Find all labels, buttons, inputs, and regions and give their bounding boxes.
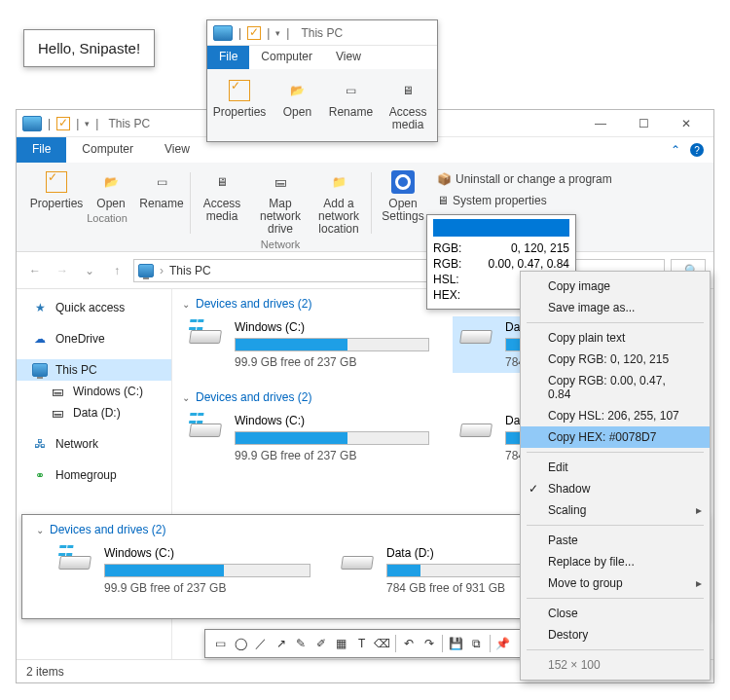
menu-item[interactable]: Save image as... [521, 297, 710, 318]
help-icon[interactable]: ? [690, 143, 704, 157]
tool-arrow[interactable]: ↗ [272, 633, 290, 654]
ribbon-rename[interactable]: ▭ Rename [139, 168, 184, 210]
menu-item[interactable]: Edit [521, 457, 710, 478]
menu-item[interactable]: Move to group▸ [521, 572, 710, 594]
drive-item[interactable]: Windows (C:) 99.9 GB free of 237 GB [182, 316, 433, 373]
separator [395, 635, 396, 652]
forward-button[interactable]: → [52, 260, 73, 281]
tool-ellipse[interactable]: ◯ [232, 633, 250, 654]
media-icon: 🖥 [394, 77, 421, 104]
ribbon-uninstall[interactable]: 📦 Uninstall or change a program [435, 170, 614, 188]
ribbon-rename[interactable]: ▭ Rename [329, 77, 373, 131]
menu-item[interactable]: Close [521, 603, 710, 624]
back-button[interactable]: ← [24, 260, 46, 281]
item-count: 2 items [26, 665, 64, 679]
nav-quick-access[interactable]: ★ Quick access [17, 297, 171, 318]
recent-button[interactable]: ⌄ [79, 260, 100, 281]
chevron-down-icon[interactable]: ▾ [275, 28, 280, 38]
collapse-ribbon-icon[interactable]: ⌃ [671, 143, 680, 157]
ribbon-open-settings[interactable]: Open Settings [377, 168, 429, 223]
tab-view[interactable]: View [324, 46, 373, 69]
nav-this-pc[interactable]: This PC [17, 359, 171, 381]
menu-item[interactable]: Copy image [521, 276, 710, 297]
tool-pin[interactable]: 📌 [494, 633, 513, 654]
chevron-right-icon: ▸ [696, 503, 702, 517]
nav-homegroup[interactable]: ⚭ Homegroup [17, 464, 171, 486]
nav-data-d[interactable]: 🖴 Data (D:) [17, 402, 171, 424]
separator [442, 635, 443, 652]
maximize-button[interactable]: ☐ [622, 110, 665, 137]
tool-pen[interactable]: ✎ [292, 633, 310, 654]
chevron-down-icon[interactable]: ▾ [85, 119, 90, 129]
ribbon-add-location[interactable]: 📁 Add a network location [312, 168, 365, 237]
cloud-icon: ☁ [32, 331, 48, 347]
tab-view[interactable]: View [149, 137, 205, 163]
tab-computer[interactable]: Computer [66, 137, 149, 163]
drive-free: 99.9 GB free of 237 GB [104, 581, 310, 595]
nav-onedrive[interactable]: ☁ OneDrive [17, 328, 171, 350]
qat-sep: | [286, 26, 289, 40]
menu-item-label: Scaling [548, 503, 586, 517]
drive-item[interactable]: Windows (C:) 99.9 GB free of 237 GB [182, 410, 433, 466]
ribbon-open[interactable]: 📂 Open [277, 77, 317, 131]
tab-file[interactable]: File [17, 137, 66, 163]
open-icon: 📂 [283, 77, 310, 104]
chevron-down-icon: ⌄ [36, 525, 44, 535]
drive-item[interactable]: Windows (C:) 99.9 GB free of 237 GB [52, 542, 314, 599]
tab-computer[interactable]: Computer [249, 46, 324, 69]
menu-dimensions: 152 × 100 [521, 654, 710, 676]
ribbon-access-media[interactable]: 🖥 Access media [384, 77, 431, 131]
tool-text[interactable]: T [352, 633, 371, 654]
tool-mosaic[interactable]: ▦ [333, 633, 351, 654]
qat-sep: | [267, 26, 270, 40]
tool-marker[interactable]: ✐ [312, 633, 331, 654]
breadcrumb[interactable]: This PC [169, 264, 211, 277]
nav-windows-c[interactable]: 🖴 Windows (C:) [17, 381, 171, 402]
menu-item-label: Copy HSL: 206, 255, 107 [548, 409, 679, 423]
menu-item[interactable]: Scaling▸ [521, 499, 710, 521]
menu-item[interactable]: Paste [521, 530, 710, 551]
minimize-button[interactable]: — [579, 110, 622, 137]
nav-network[interactable]: 🖧 Network [17, 433, 171, 455]
menu-item[interactable]: Copy HEX: #0078D7 [521, 426, 710, 448]
close-button[interactable]: ✕ [665, 110, 708, 137]
check-icon [247, 26, 261, 40]
properties-icon [229, 80, 250, 101]
chevron-down-icon: ⌄ [182, 299, 190, 310]
system-icon: 🖥 [437, 194, 449, 207]
tab-file[interactable]: File [207, 46, 249, 69]
ribbon-properties[interactable]: Properties [30, 168, 83, 210]
tool-save[interactable]: 💾 [447, 633, 465, 654]
menu-item[interactable]: Copy RGB: 0, 120, 215 [521, 349, 710, 370]
map-drive-icon: 🖴 [267, 168, 294, 196]
tool-rect[interactable]: ▭ [211, 633, 230, 654]
network-icon: 🖧 [32, 436, 48, 452]
drive-name: Windows (C:) [104, 546, 310, 560]
drive-icon [456, 320, 495, 353]
tool-line[interactable]: ／ [252, 633, 271, 654]
tool-undo[interactable]: ↶ [400, 633, 419, 654]
ribbon: Properties 📂 Open ▭ Rename Location 🖥 Ac… [17, 163, 713, 252]
menu-item[interactable]: Copy plain text [521, 327, 710, 349]
ribbon-open[interactable]: 📂 Open [89, 168, 133, 210]
tool-copy[interactable]: ⧉ [467, 633, 486, 654]
menu-item[interactable]: ✓Shadow [521, 478, 710, 499]
menu-item-label: Copy image [548, 279, 610, 293]
menu-item[interactable]: Replace by file... [521, 551, 710, 572]
tool-eraser[interactable]: ⌫ [373, 633, 391, 654]
menu-item-label: Copy plain text [548, 331, 625, 345]
annotation-toolbar: ▭ ◯ ／ ↗ ✎ ✐ ▦ T ⌫ ↶ ↷ 💾 ⧉ 📌 ✕ [204, 629, 539, 658]
open-icon: 📂 [97, 168, 125, 196]
menu-item-label: Save image as... [548, 301, 635, 314]
ribbon-system-properties[interactable]: 🖥 System properties [435, 192, 614, 209]
menu-item[interactable]: Copy HSL: 206, 255, 107 [521, 405, 710, 426]
tool-redo[interactable]: ↷ [420, 633, 439, 654]
menu-item[interactable]: Copy RGB: 0.00, 0.47, 0.84 [521, 370, 710, 405]
drive-icon [55, 546, 94, 579]
menu-item[interactable]: Destory [521, 624, 710, 645]
ribbon-access-media[interactable]: 🖥 Access media [196, 168, 248, 237]
up-button[interactable]: ↑ [106, 260, 128, 281]
ribbon-map-drive[interactable]: 🖴 Map network drive [254, 168, 307, 237]
menu-item-label: Copy RGB: 0, 120, 215 [548, 352, 669, 366]
ribbon-properties[interactable]: Properties [213, 77, 266, 131]
